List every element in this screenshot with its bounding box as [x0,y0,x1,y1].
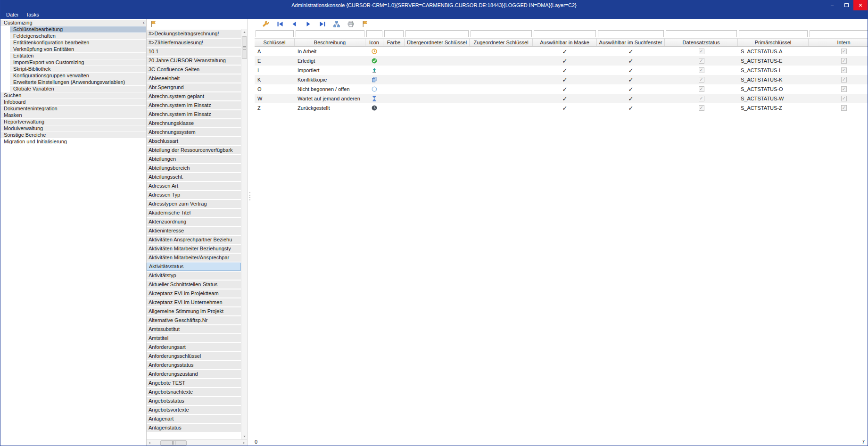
vertical-scrollbar[interactable] [241,29,247,439]
list-item[interactable]: Abschlussart [147,137,241,145]
new-key-button[interactable] [361,20,369,28]
list-item[interactable]: #>Zählerfernauslesung! [147,39,241,47]
checkbox-checked-disabled-icon[interactable]: ✓ [699,105,704,111]
column-header-schl-ssel[interactable]: Schlüssel [255,39,295,46]
filter-input-datensatzstatus[interactable] [666,30,737,37]
column-header-ausw-hlbar-in-maske[interactable]: Auswählbar in Maske [533,39,597,46]
list-item[interactable]: Anforderungsschlüssel [147,352,241,360]
checkmark-icon[interactable]: ✓ [628,49,634,55]
list-item[interactable]: Aktivitäten Mitarbeiter Beziehungsty [147,245,241,253]
sidebar-item-customizing[interactable]: Customizing [0,20,146,26]
sidebar-item-schl-sselbearbeitung[interactable]: Schlüsselbearbeitung [10,26,146,33]
list-item[interactable]: Aktivitäten Mitarbeiter/Ansprechpar [147,254,241,262]
list-item[interactable]: Anforderungsstatus [147,361,241,369]
sidebar-item-modulverwaltung[interactable]: Modulverwaltung [0,125,146,132]
table-row[interactable]: EErledigt✓✓✓S_ACTSTATUS-E✓ [255,56,868,66]
filter-input-icon[interactable] [366,30,382,37]
column-header-icon[interactable]: Icon [365,39,383,46]
list-item[interactable]: Abrechnungssystem [147,128,241,136]
checkmark-icon[interactable]: ✓ [628,96,634,102]
filter-input-zugeordneter-schl-ssel[interactable] [471,30,532,37]
checkbox-checked-disabled-icon[interactable]: ✓ [841,49,847,54]
sidebar-item-globale-variablen[interactable]: Globale Variablen [10,86,146,92]
sidebar-item-import-export-von-customizing[interactable]: Import/Export von Customizing [10,59,146,66]
sidebar-item-masken[interactable]: Masken [0,112,146,118]
checkbox-checked-disabled-icon[interactable]: ✓ [841,67,847,73]
list-item[interactable]: Abteilungen [147,155,241,163]
list-item[interactable]: Abrechn.system im Einsatz [147,101,241,109]
filter-input-schl-ssel[interactable] [256,30,294,37]
sidebar-item-reportverwaltung[interactable]: Reportverwaltung [0,119,146,125]
sidebar-item-migration-und-initialisierung[interactable]: Migration und Initialisierung [0,139,146,145]
sidebar-item-dokumentenintegration[interactable]: Dokumentenintegration [0,106,146,112]
column-header-intern[interactable]: Intern [809,39,868,46]
table-row[interactable]: ZZurückgestellt✓✓✓S_ACTSTATUS-Z✓ [255,103,868,113]
checkmark-icon[interactable]: ✓ [562,58,568,64]
edit-key-button[interactable] [262,20,270,28]
new-keygroup-flag-button[interactable] [149,20,157,28]
scrollbar-thumb[interactable] [160,440,187,446]
column-header-ausw-hlbar-im-suchfenster[interactable]: Auswählbar im Suchfenster [597,39,665,46]
list-item[interactable]: Abteilungsschl. [147,173,241,181]
key-hierarchy-button[interactable] [332,20,341,28]
list-item[interactable]: Allgemeine Stimmung im Projekt [147,307,241,315]
list-item[interactable]: Anforderungsart [147,343,241,351]
last-record-button[interactable] [318,20,327,28]
list-item[interactable]: Abteilungsbereich [147,164,241,172]
list-item[interactable]: Aktivitätstyp [147,272,241,280]
list-item[interactable]: Anforderungszustand [147,370,241,378]
filter-input-beschreibung[interactable] [296,30,364,37]
checkbox-checked-disabled-icon[interactable]: ✓ [699,86,704,92]
column-header-zugeordneter-schl-ssel[interactable]: Zugeordneter Schlüssel [470,39,533,46]
sidebar-item-feldeigenschaften[interactable]: Feldeigenschaften [10,33,146,39]
splitter-handle[interactable] [248,19,252,446]
checkbox-checked-disabled-icon[interactable]: ✓ [699,58,704,64]
list-item[interactable]: Akademische Titel [147,209,241,217]
list-item[interactable]: Amtssubstitut [147,325,241,333]
sidebar-collapse-icon[interactable]: ‹ [143,20,145,25]
list-item[interactable]: 20 Jahre CURSOR Veranstaltung [147,57,241,65]
checkmark-icon[interactable]: ✓ [562,105,568,111]
checkmark-icon[interactable]: ✓ [628,77,634,83]
list-item[interactable]: Anlagenstatus [147,424,241,432]
checkbox-checked-disabled-icon[interactable]: ✓ [841,77,847,83]
checkbox-checked-disabled-icon[interactable]: ✓ [841,58,847,64]
column-header-farbe[interactable]: Farbe [383,39,405,46]
checkmark-icon[interactable]: ✓ [562,67,568,74]
maximize-button[interactable] [839,0,853,10]
sidebar-item-entit-tenkonfiguration-bearbeiten[interactable]: Entitätenkonfiguration bearbeiten [10,40,146,46]
filter-input-farbe[interactable] [384,30,404,37]
sidebar-item-erweiterte-einstellungen-anwendungsvariablen[interactable]: Erweiterte Einstellungen (Anwendungsvari… [10,79,146,85]
list-item[interactable]: Aktenzuordnung [147,218,241,226]
checkmark-icon[interactable]: ✓ [562,96,568,102]
column-header-beschreibung[interactable]: Beschreibung [295,39,365,46]
list-item[interactable]: Abrechnungsklasse [147,119,241,127]
scroll-down-icon[interactable] [241,433,248,439]
list-item[interactable]: Akzeptanz EVI im Unternehmen [147,298,241,306]
list-item[interactable]: Aktieninteresse [147,227,241,235]
table-row[interactable]: KKonfliktkopie✓✓✓S_ACTSTATUS-K✓ [255,75,868,84]
list-item[interactable]: Angebotsvortexte [147,406,241,414]
checkbox-checked-disabled-icon[interactable]: ✓ [699,77,704,83]
list-item[interactable]: Adresstypen zum Vertrag [147,200,241,208]
checkmark-icon[interactable]: ✓ [628,86,634,92]
list-item[interactable]: Angebotsnachtexte [147,388,241,396]
checkmark-icon[interactable]: ✓ [628,105,634,111]
list-item[interactable]: Adressen Art [147,182,241,190]
table-row[interactable]: ONicht begonnen / offen✓✓✓S_ACTSTATUS-O✓ [255,84,868,94]
checkbox-checked-disabled-icon[interactable]: ✓ [841,86,847,92]
horizontal-scrollbar[interactable] [147,439,247,446]
scroll-left-icon[interactable] [147,440,153,446]
list-item[interactable]: #>Deckungsbeitragsrechnung! [147,30,241,38]
filter-input-bergeordneter-schl-ssel[interactable] [405,30,469,37]
list-item[interactable]: Akzeptanz EVI im Projektteam [147,289,241,297]
list-item[interactable]: Aktueller Schnittstellen-Status [147,281,241,289]
checkmark-icon[interactable]: ✓ [562,77,568,83]
filter-input-prim-rschl-ssel[interactable] [739,30,808,37]
sidebar-item-konfigurationsgruppen-verwalten[interactable]: Konfigurationsgruppen verwalten [10,73,146,79]
checkbox-checked-disabled-icon[interactable]: ✓ [699,96,704,101]
sidebar-item-verkn-pfung-von-entit-ten[interactable]: Verknüpfung von Entitäten [10,46,146,52]
sidebar-item-suchen[interactable]: Suchen [0,92,146,99]
list-item[interactable]: Aktivitäten Ansprechpartner Beziehu [147,236,241,244]
column-header-prim-rschl-ssel[interactable]: Primärschlüssel [738,39,809,46]
